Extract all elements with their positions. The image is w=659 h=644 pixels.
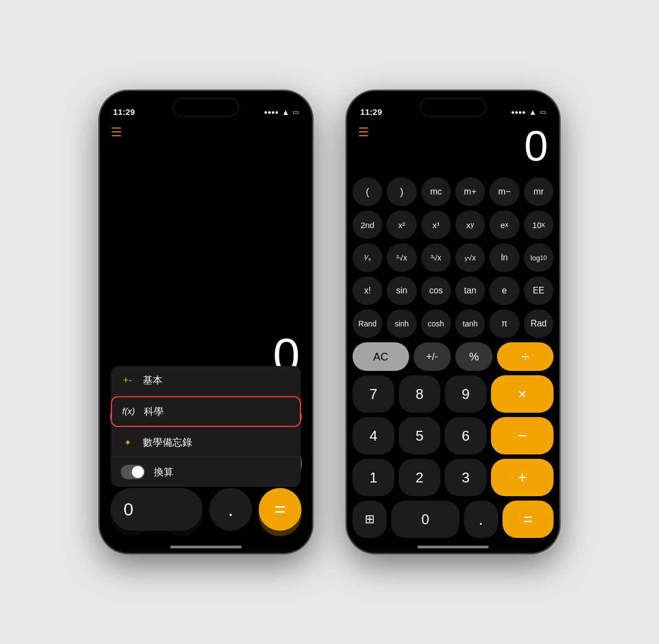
equals-sci[interactable]: = <box>502 501 554 538</box>
x3-button[interactable]: x³ <box>421 210 451 239</box>
two-sci[interactable]: 2 <box>399 459 440 496</box>
xy-button[interactable]: xy <box>455 210 485 239</box>
func-row: AC +/- % ÷ <box>353 342 554 371</box>
eight-sci[interactable]: 8 <box>399 375 440 413</box>
five-sci[interactable]: 5 <box>399 417 440 454</box>
menu-container: +- 基本 f(x) 科學 ✦ 數學備忘錄 換算 <box>111 366 301 487</box>
e-button[interactable]: e <box>489 276 519 305</box>
equals-button-left[interactable]: = <box>259 488 301 531</box>
menu-item-scientific[interactable]: f(x) 科學 <box>111 396 301 427</box>
mathnotes-label: 數學備忘錄 <box>143 436 192 449</box>
right-phone: 11:29 ●●●● ▲ ▭ ☰ 0 ( ) mc m+ m− mr 2nd <box>346 90 560 554</box>
tanh-button[interactable]: tanh <box>455 309 485 338</box>
plus-sci[interactable]: + <box>491 459 554 496</box>
calc-icon-sci[interactable]: ⊞ <box>353 501 387 538</box>
sci-row-3: ¹⁄ₓ ²√x ³√x y√x ln log10 <box>353 243 554 272</box>
scientific-label: 科學 <box>144 405 164 418</box>
num-row-1-3: 1 2 3 + <box>353 459 554 496</box>
signal-icon-right: ●●●● <box>511 109 526 115</box>
converter-toggle[interactable] <box>121 465 145 479</box>
nine-sci[interactable]: 9 <box>445 375 487 413</box>
sqrty-button[interactable]: y√x <box>455 243 485 272</box>
x2-button[interactable]: x² <box>387 210 416 239</box>
three-sci[interactable]: 3 <box>445 459 487 496</box>
status-icons-left: ●●●● ▲ ▭ <box>264 108 299 116</box>
second-button[interactable]: 2nd <box>353 210 382 239</box>
battery-icon: ▭ <box>293 108 299 116</box>
mathnotes-icon: ✦ <box>121 437 134 448</box>
mplus-button[interactable]: m+ <box>455 177 485 206</box>
display-left: 0 <box>100 121 312 395</box>
basic-icon: +- <box>121 375 134 386</box>
num-row-7-9: 7 8 9 × <box>353 375 554 413</box>
one-sci[interactable]: 1 <box>353 459 394 496</box>
rad-button[interactable]: Rad <box>524 309 554 338</box>
zero-sci[interactable]: 0 <box>391 501 459 538</box>
sqrt3-button[interactable]: ³√x <box>421 243 451 272</box>
sci-calc-screen: 0 ( ) mc m+ m− mr 2nd x² x³ xy ex 10x <box>347 121 559 553</box>
menu-item-converter[interactable]: 換算 <box>111 457 301 487</box>
converter-label: 換算 <box>154 465 174 479</box>
sci-display: 0 <box>347 121 559 177</box>
num-row-4-6: 4 5 6 − <box>353 417 554 454</box>
ex-button[interactable]: ex <box>489 210 519 239</box>
six-sci[interactable]: 6 <box>445 417 487 454</box>
ee-button[interactable]: EE <box>524 276 554 305</box>
10x-button[interactable]: 10x <box>524 210 554 239</box>
menu-overlay: +- 基本 f(x) 科學 ✦ 數學備忘錄 換算 <box>100 366 312 487</box>
dynamic-island-left <box>173 98 239 116</box>
left-phone: 11:29 ●●●● ▲ ▭ ☰ 0 AC +/- % ÷ 7 8 9 <box>99 90 313 554</box>
cos-button[interactable]: cos <box>421 276 451 305</box>
minus-sci[interactable]: − <box>491 417 554 454</box>
ln-button[interactable]: ln <box>489 243 519 272</box>
sin-button[interactable]: sin <box>387 276 416 305</box>
time-left: 11:29 <box>113 107 135 116</box>
inv-button[interactable]: ¹⁄ₓ <box>353 243 382 272</box>
ac-sci-button[interactable]: AC <box>353 342 409 371</box>
dynamic-island-right <box>420 98 486 116</box>
wifi-icon-right: ▲ <box>529 108 537 116</box>
tan-button[interactable]: tan <box>455 276 485 305</box>
sinh-button[interactable]: sinh <box>387 309 416 338</box>
history-icon-right: ☰ <box>358 125 369 139</box>
zero-button-left[interactable]: 0 <box>110 488 203 531</box>
sci-row-2: 2nd x² x³ xy ex 10x <box>353 210 554 239</box>
menu-item-mathnotes[interactable]: ✦ 數學備忘錄 <box>111 428 301 457</box>
history-button-left[interactable]: ☰ <box>111 125 122 140</box>
history-button-right[interactable]: ☰ <box>358 125 369 140</box>
signal-icon: ●●●● <box>264 109 279 115</box>
mult-sci[interactable]: × <box>491 375 554 413</box>
close-paren[interactable]: ) <box>387 177 416 206</box>
sci-row-1: ( ) mc m+ m− mr <box>353 177 554 206</box>
seven-sci[interactable]: 7 <box>353 375 394 413</box>
basic-label: 基本 <box>143 374 163 387</box>
btn-row-5: 0 . = <box>108 488 304 531</box>
time-right: 11:29 <box>360 107 382 116</box>
battery-icon-right: ▭ <box>540 108 546 116</box>
home-indicator-left <box>170 546 242 548</box>
open-paren[interactable]: ( <box>353 177 382 206</box>
percent-sci-button[interactable]: % <box>455 342 493 371</box>
num-row-0-eq: ⊞ 0 . = <box>353 501 554 538</box>
menu-item-basic[interactable]: +- 基本 <box>111 366 301 395</box>
mminus-button[interactable]: m− <box>489 177 519 206</box>
pi-button[interactable]: π <box>489 309 519 338</box>
rand-button[interactable]: Rand <box>353 309 382 338</box>
sign-sci-button[interactable]: +/- <box>414 342 451 371</box>
home-indicator-right <box>417 546 489 548</box>
scientific-icon: f(x) <box>122 407 135 417</box>
four-sci[interactable]: 4 <box>353 417 394 454</box>
factorial-button[interactable]: x! <box>353 276 382 305</box>
cosh-button[interactable]: cosh <box>421 309 451 338</box>
dot-sci[interactable]: . <box>464 501 498 538</box>
log10-button[interactable]: log10 <box>524 243 554 272</box>
mr-button[interactable]: mr <box>524 177 554 206</box>
sqrt2-button[interactable]: ²√x <box>387 243 416 272</box>
history-icon-left: ☰ <box>111 125 122 139</box>
divide-sci-button[interactable]: ÷ <box>497 342 554 371</box>
dot-button-left[interactable]: . <box>209 488 252 531</box>
wifi-icon: ▲ <box>282 108 289 116</box>
sci-row-4: x! sin cos tan e EE <box>353 276 554 305</box>
mc-button[interactable]: mc <box>421 177 451 206</box>
status-icons-right: ●●●● ▲ ▭ <box>511 108 546 116</box>
